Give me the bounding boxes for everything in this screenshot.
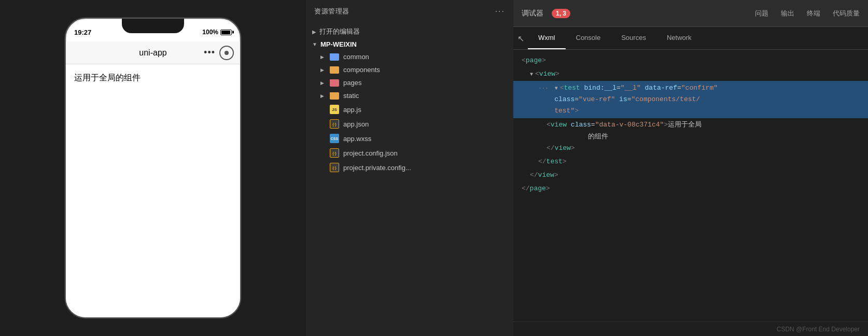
devtools-panel: 调试器 1, 3 问题 输出 终端 代码质量 ↖ Wxml Console So… bbox=[513, 0, 868, 336]
xml-line-view-close: </view> bbox=[513, 169, 868, 182]
mp-weixin-label: MP-WEIXIN bbox=[320, 40, 357, 48]
phone-battery-percent: 100% bbox=[202, 29, 218, 36]
tree-label-pages: pages bbox=[343, 79, 361, 87]
mp-weixin-section[interactable]: ▼ MP-WEIXIN bbox=[306, 38, 513, 50]
file-icon-wxss: CSS bbox=[330, 134, 339, 143]
open-editors-label: 打开的编辑器 bbox=[319, 27, 360, 36]
tab-wxml[interactable]: Wxml bbox=[528, 27, 566, 49]
phone-status-right: 100% bbox=[202, 29, 232, 36]
code-quality-label[interactable]: 代码质量 bbox=[833, 9, 860, 18]
xml-line-test-highlighted[interactable]: ··· ▼<test bind:__l="__l" data-ref="conf… bbox=[513, 81, 868, 118]
phone-simulator-panel: 19:27 100% uni-app ••• 运用于全局的组件 bbox=[0, 0, 306, 336]
xml-line-view-open: ▼<view> bbox=[513, 67, 868, 81]
output-label[interactable]: 输出 bbox=[781, 9, 794, 18]
phone-time: 19:27 bbox=[74, 29, 91, 36]
devtools-tabs-row: ↖ Wxml Console Sources Network bbox=[513, 27, 868, 50]
tab-network-label: Network bbox=[667, 34, 692, 41]
folder-icon-components bbox=[330, 66, 339, 74]
issues-label[interactable]: 问题 bbox=[755, 9, 768, 18]
mp-weixin-arrow: ▼ bbox=[312, 41, 317, 47]
tree-item-pages[interactable]: ▶ pages bbox=[314, 76, 513, 89]
file-icon-json-private: {·} bbox=[330, 163, 339, 172]
folder-icon-pages bbox=[330, 79, 339, 87]
tree-arrow-static: ▶ bbox=[320, 93, 326, 99]
tree-arrow-components: ▶ bbox=[320, 67, 326, 73]
devtools-xml-content: <page> ▼<view> ··· ▼<test bind:__l="__l"… bbox=[513, 50, 868, 321]
file-panel-header: 资源管理器 ··· bbox=[306, 0, 513, 23]
phone-nav-target-icon[interactable] bbox=[219, 46, 234, 60]
tree-arrow-common: ▶ bbox=[320, 54, 326, 60]
file-panel-body: ▶ 打开的编辑器 ▼ MP-WEIXIN ▶ common ▶ componen… bbox=[306, 23, 513, 336]
tree-label-project-private: project.private.config... bbox=[343, 164, 411, 172]
xml-line-inner-view: <view class="data-v-08c371c4">运用于全局的组件</… bbox=[513, 118, 868, 155]
terminal-label[interactable]: 终端 bbox=[807, 9, 820, 18]
tab-console-label: Console bbox=[576, 34, 601, 41]
tree-label-app-json: app.json bbox=[343, 120, 369, 128]
tree-label-app-wxss: app.wxss bbox=[343, 135, 371, 143]
footer-credit-text: CSDN @Front End Developer bbox=[777, 326, 860, 333]
tree-item-components[interactable]: ▶ components bbox=[314, 63, 513, 76]
phone-nav-dots[interactable]: ••• bbox=[204, 47, 215, 58]
phone-nav-controls: ••• bbox=[204, 46, 234, 60]
devtools-top-bar: 调试器 1, 3 问题 输出 终端 代码质量 bbox=[513, 0, 868, 27]
phone-notch bbox=[122, 19, 184, 33]
devtools-top-bar-right: 问题 输出 终端 代码质量 bbox=[755, 9, 860, 18]
tab-sources[interactable]: Sources bbox=[611, 27, 656, 49]
phone-content-area: 运用于全局的组件 bbox=[66, 64, 240, 317]
xml-line-page-close: </page> bbox=[513, 182, 868, 195]
file-panel-title: 资源管理器 bbox=[314, 7, 349, 16]
xml-line-page-open: <page> bbox=[513, 54, 868, 67]
open-editors-section[interactable]: ▶ 打开的编辑器 bbox=[306, 25, 513, 38]
phone-nav-bar: uni-app ••• bbox=[66, 41, 240, 64]
folder-icon-static bbox=[330, 92, 339, 100]
tree-arrow-pages: ▶ bbox=[320, 80, 326, 86]
tab-console[interactable]: Console bbox=[566, 27, 611, 49]
tree-item-static[interactable]: ▶ static bbox=[314, 89, 513, 102]
tab-network[interactable]: Network bbox=[656, 27, 702, 49]
phone-app-title: uni-app bbox=[139, 48, 166, 58]
debugger-label: 调试器 bbox=[522, 9, 543, 18]
phone-content-text: 运用于全局的组件 bbox=[74, 73, 141, 82]
tree-label-app-js: app.js bbox=[343, 106, 361, 114]
tree-label-common: common bbox=[343, 53, 369, 61]
tree-item-project-config[interactable]: {·} project.config.json bbox=[314, 146, 513, 160]
file-panel-more-button[interactable]: ··· bbox=[495, 7, 505, 16]
cursor-tool-button[interactable]: ↖ bbox=[513, 27, 528, 50]
tree-item-app-json[interactable]: {·} app.json bbox=[314, 117, 513, 131]
tab-wxml-label: Wxml bbox=[538, 34, 555, 41]
tree-label-static: static bbox=[343, 92, 359, 100]
battery-icon bbox=[220, 30, 232, 35]
tree-label-project-config: project.config.json bbox=[343, 149, 398, 157]
devtools-footer: CSDN @Front End Developer bbox=[513, 321, 868, 336]
file-icon-json-project: {·} bbox=[330, 148, 339, 158]
cursor-icon: ↖ bbox=[517, 34, 524, 44]
tree-item-project-private[interactable]: {·} project.private.config... bbox=[314, 160, 513, 175]
tree-item-app-wxss[interactable]: CSS app.wxss bbox=[314, 131, 513, 146]
phone-frame: 19:27 100% uni-app ••• 运用于全局的组件 bbox=[65, 18, 241, 318]
folder-tree: ▶ common ▶ components ▶ pages ▶ static bbox=[306, 50, 513, 175]
file-explorer-panel: 资源管理器 ··· ▶ 打开的编辑器 ▼ MP-WEIXIN ▶ common … bbox=[306, 0, 513, 336]
tree-label-components: components bbox=[343, 66, 380, 74]
debugger-badge: 1, 3 bbox=[552, 9, 570, 18]
tab-sources-label: Sources bbox=[621, 34, 646, 41]
folder-icon-common bbox=[330, 53, 339, 61]
xml-line-test-close: </test> bbox=[513, 155, 868, 169]
tree-item-app-js[interactable]: JS app.js bbox=[314, 102, 513, 117]
open-editors-arrow: ▶ bbox=[312, 29, 316, 35]
file-icon-js: JS bbox=[330, 105, 339, 114]
file-icon-json-app: {·} bbox=[330, 119, 339, 129]
tree-item-common[interactable]: ▶ common bbox=[314, 50, 513, 63]
